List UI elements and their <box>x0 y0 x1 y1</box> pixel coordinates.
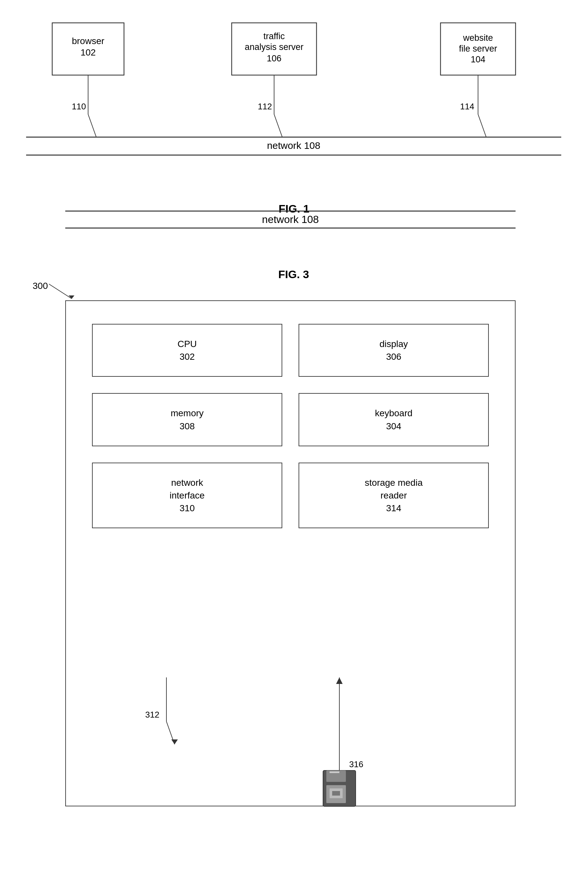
svg-line-20 <box>274 114 282 137</box>
svg-rect-11 <box>26 137 561 155</box>
fig3-network-label: network 108 <box>262 213 319 226</box>
fig1-diagram: browser 102 traffic analysis server 106 … <box>26 13 561 196</box>
svg-rect-0 <box>52 23 124 75</box>
svg-text:106: 106 <box>267 54 281 63</box>
svg-marker-34 <box>336 677 343 684</box>
svg-rect-38 <box>330 771 339 773</box>
svg-text:104: 104 <box>471 54 485 64</box>
svg-rect-3 <box>232 23 316 75</box>
svg-text:312: 312 <box>145 710 159 720</box>
svg-rect-7 <box>441 23 516 75</box>
svg-text:network 108: network 108 <box>267 140 320 151</box>
fig3-network-bar: network 108 <box>65 210 516 229</box>
svg-text:browser: browser <box>72 36 104 46</box>
svg-text:analysis server: analysis server <box>245 42 303 52</box>
svg-line-24 <box>478 114 486 137</box>
svg-text:102: 102 <box>81 47 96 57</box>
svg-text:112: 112 <box>258 102 272 111</box>
fig3-caption: FIG. 3 <box>278 268 309 280</box>
svg-line-16 <box>88 114 96 137</box>
svg-rect-41 <box>332 791 340 795</box>
svg-text:110: 110 <box>72 102 86 111</box>
svg-text:114: 114 <box>460 102 474 111</box>
svg-text:file server: file server <box>459 44 497 54</box>
svg-text:website: website <box>463 33 493 43</box>
svg-marker-31 <box>171 740 178 744</box>
svg-text:traffic: traffic <box>263 32 285 41</box>
svg-text:316: 316 <box>349 759 363 769</box>
